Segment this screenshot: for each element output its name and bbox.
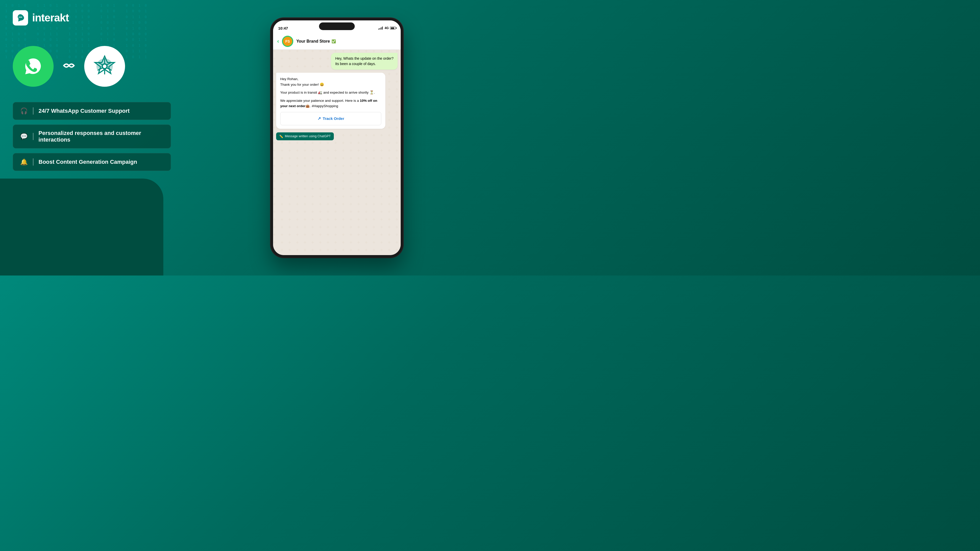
whatsapp-header: ‹ FS Your Brand Store ✅ <box>273 33 401 50</box>
right-panel: 10:47 4G ‹ FS <box>184 0 490 275</box>
phone-notch <box>319 22 355 30</box>
bot-transit: Your product is in transit 🚛 and expecte… <box>280 90 381 95</box>
chatgpt-badge-text: Message written using ChatGPT <box>285 135 331 138</box>
chatgpt-badge: ✏️ Message written using ChatGPT <box>276 132 334 140</box>
chat-area: Hey, Whats the update on the order?Its b… <box>273 50 401 256</box>
store-name: Your Brand Store ✅ <box>296 39 396 44</box>
feature-item-support: 🎧 24/7 WhatsApp Customer Support <box>13 102 171 120</box>
signal-icon <box>378 27 383 30</box>
whatsapp-header-info: Your Brand Store ✅ <box>296 39 396 44</box>
chat-icon: 💬 <box>20 133 28 140</box>
track-icon: ↗ <box>318 115 321 122</box>
openai-icon-circle <box>84 46 125 87</box>
features-list: 🎧 24/7 WhatsApp Customer Support 💬 Perso… <box>13 102 171 171</box>
battery-icon <box>390 27 396 30</box>
track-order-button[interactable]: ↗ Track Order <box>280 112 381 125</box>
back-button[interactable]: ‹ <box>277 38 279 44</box>
feature-item-responses: 💬 Personalized responses and customer in… <box>13 124 171 148</box>
headset-icon: 🎧 <box>20 107 28 114</box>
left-panel: interakt <box>0 0 184 275</box>
svg-point-6 <box>103 65 107 68</box>
feature-divider <box>33 107 33 114</box>
feature-support-text: 24/7 WhatsApp Customer Support <box>38 108 130 114</box>
network-type: 4G <box>385 26 389 30</box>
logo-area: interakt <box>13 10 171 25</box>
svg-point-2 <box>20 17 21 17</box>
feature-item-campaign: 🔔 Boost Content Generation Campaign <box>13 153 171 171</box>
icons-row <box>13 46 171 87</box>
bot-greeting: Hey Rohan,Thank you for your order! 😀 <box>280 76 381 87</box>
verified-badge: ✅ <box>331 39 336 43</box>
bot-discount: We appreciate your patience and support.… <box>280 98 381 109</box>
status-icons: 4G <box>378 26 396 30</box>
svg-point-3 <box>21 17 22 17</box>
status-time: 10:47 <box>278 26 288 30</box>
edit-icon: ✏️ <box>279 135 283 138</box>
track-button-label: Track Order <box>323 116 344 122</box>
svg-text:FS: FS <box>285 39 290 43</box>
user-message-bubble: Hey, Whats the update on the order?Its b… <box>331 53 398 70</box>
feature-campaign-text: Boost Content Generation Campaign <box>38 159 137 165</box>
user-message-text: Hey, Whats the update on the order?Its b… <box>335 56 393 66</box>
logo-text: interakt <box>32 12 69 24</box>
svg-point-1 <box>19 17 20 17</box>
logo-icon <box>13 10 28 25</box>
link-chain-icon <box>61 59 76 73</box>
brand-avatar: FS <box>282 36 293 47</box>
feature-responses-text: Personalized responses and customer inte… <box>38 130 164 143</box>
feature-divider-3 <box>33 159 33 165</box>
whatsapp-icon-circle <box>13 46 54 87</box>
feature-divider-2 <box>33 133 33 140</box>
bot-message-bubble: Hey Rohan,Thank you for your order! 😀 Yo… <box>276 73 385 129</box>
bell-icon: 🔔 <box>20 159 28 165</box>
phone-mockup: 10:47 4G ‹ FS <box>270 18 403 258</box>
